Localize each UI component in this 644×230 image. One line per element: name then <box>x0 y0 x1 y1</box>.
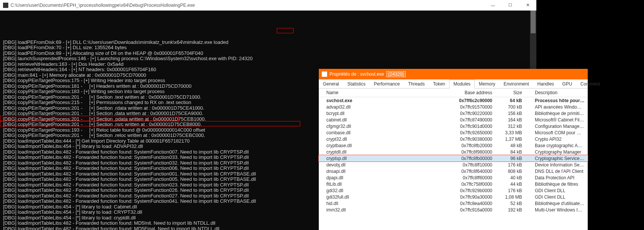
cell-name: dnsapi.dll <box>319 168 451 174</box>
cell-desc: Device Information Set DLL <box>527 162 588 168</box>
cell-size: 700 kB <box>497 104 527 110</box>
table-row[interactable]: dnsapi.dll0x7ffc8f640000808 kBDNS DLL de… <box>319 168 588 174</box>
properties-title: Propriétés de : svchost.exe <box>329 71 384 77</box>
scroll-thumb[interactable] <box>531 11 536 33</box>
console-title: C:\Users\user\Documents\PEPH_\processhol… <box>11 3 195 8</box>
maximize-button[interactable]: ☐ <box>502 0 519 11</box>
table-row[interactable]: gdi32full.dll0x7ffc90a300001,08 MBGDI Cl… <box>319 194 588 200</box>
cell-base: 0x7ffc8ea40000 <box>451 200 497 207</box>
cell-base: 0x7ffc91570000 <box>451 104 497 110</box>
properties-pid: (24320) <box>386 71 406 77</box>
cell-size: 3,33 MB <box>497 129 527 136</box>
cell-desc: Bibliothèque de filtres <box>527 181 588 187</box>
table-row[interactable]: cryptdll.dll0x7ffc8f98000084 kBCryptogra… <box>319 149 588 155</box>
table-row[interactable]: combase.dll0x7ffc926500003,33 MBMicrosof… <box>319 129 588 136</box>
cell-desc: Bibliothèque de primitives de... <box>527 110 588 117</box>
console-line: [DBG] launchSusprendedProcess:146 - [+] … <box>3 56 533 62</box>
cell-name: devobj.dll <box>319 162 451 168</box>
table-row[interactable]: dpapi.dll0x7ffc8ff6000040 kBData Protect… <box>319 174 588 181</box>
cell-desc: Processus hôte pour les ... <box>527 97 588 104</box>
cell-name: combase.dll <box>319 129 451 136</box>
cell-desc: Microsoft® Cabinet File API <box>527 117 588 123</box>
cell-size: 44 kB <box>497 181 527 187</box>
table-row[interactable]: imm32.dll0x7ffc916a0000192 kBMulti-User … <box>319 207 588 213</box>
tab-modules[interactable]: Modules <box>449 79 474 89</box>
close-button[interactable]: ✕ <box>519 0 536 11</box>
properties-window: Propriétés de : svchost.exe (24320) Gene… <box>319 69 588 230</box>
cell-base: 0x7ffc916a0000 <box>451 207 497 213</box>
properties-icon <box>322 71 327 77</box>
cell-base: 0x7ffc758f0000 <box>451 181 497 187</box>
cell-size: 312 kB <box>497 123 527 129</box>
cell-size: 176 kB <box>497 187 527 194</box>
cell-desc: Microsoft COM pour Windows <box>527 129 588 136</box>
tab-performance[interactable]: Performance <box>370 79 404 88</box>
cell-size: 192 kB <box>497 207 527 213</box>
cell-name: gdi32.dll <box>319 187 451 194</box>
cell-base: 0x7ffc8fb00000 <box>451 155 497 162</box>
window-controls: — ☐ ✕ <box>484 0 536 11</box>
cell-base: 0x7ffc8f640000 <box>451 168 497 174</box>
table-row[interactable]: gdi32.dll0x7ffc929b0000176 kBGDI Client … <box>319 187 588 194</box>
col-header-size[interactable]: Size <box>497 89 527 97</box>
cell-base: 0x7ffc90220000 <box>451 110 497 117</box>
table-row[interactable]: cryptsp.dll0x7ffc8fb0000096 kBCryptograp… <box>319 155 588 162</box>
cell-name: cryptbase.dll <box>319 142 451 149</box>
cell-base: 0x7ff6c2c90000 <box>451 97 497 104</box>
cell-desc: GDI Client DLL <box>527 194 588 200</box>
tab-handles[interactable]: Handles <box>533 79 558 88</box>
cell-desc: Crypto API32 <box>527 136 588 142</box>
cell-base: 0x7ffc90a30000 <box>451 194 497 200</box>
table-row[interactable]: advapi32.dll0x7ffc91570000700 kBAPI avan… <box>319 104 588 110</box>
col-header-name[interactable]: Name <box>319 89 451 97</box>
col-header-desc[interactable]: Description <box>527 89 588 97</box>
table-header-row: Name Base address Size Description <box>319 89 588 97</box>
cell-name: crypt32.dll <box>319 136 451 142</box>
table-row[interactable]: hid.dll0x7ffc8ea4000052 kBBibliothèque d… <box>319 200 588 207</box>
tab-general[interactable]: General <box>319 79 343 88</box>
cell-size: 156 kB <box>497 110 527 117</box>
properties-title-bar: Propriétés de : svchost.exe (24320) <box>319 69 588 79</box>
cell-name: fltLib.dll <box>319 181 451 187</box>
cell-base: 0x7ffc8ff10000 <box>451 162 497 168</box>
tab-token[interactable]: Token <box>429 79 449 88</box>
tab-comment[interactable]: Comment <box>576 79 604 88</box>
modules-table: Name Base address Size Description svcho… <box>319 89 588 213</box>
cell-desc: Data Protection API <box>527 174 588 181</box>
table-row[interactable]: svchost.exe0x7ff6c2c9000064 kBProcessus … <box>319 97 588 104</box>
cell-base: 0x7ffc8f980000 <box>451 149 497 155</box>
cell-name: hid.dll <box>319 200 451 207</box>
col-header-base[interactable]: Base address <box>451 89 497 97</box>
tab-memory[interactable]: Memory <box>475 79 499 88</box>
cell-name: imm32.dll <box>319 207 451 213</box>
cell-name: cryptdll.dll <box>319 149 451 155</box>
cell-size: 84 kB <box>497 149 527 155</box>
table-row[interactable]: cabinet.dll0x7ffc87490000164 kBMicrosoft… <box>319 117 588 123</box>
tab-statistics[interactable]: Statistics <box>343 79 370 88</box>
cell-desc: Base cryptographic API DLL <box>527 142 588 149</box>
cell-name: cryptsp.dll <box>319 155 451 162</box>
console-line: [DBG] loadPEFromDisk:89 - [+] Allocating… <box>3 51 533 56</box>
cell-name: cfgmgr32.dll <box>319 123 451 129</box>
table-row[interactable]: bcrypt.dll0x7ffc90220000156 kBBibliothèq… <box>319 110 588 117</box>
table-row[interactable]: devobj.dll0x7ffc8ff10000176 kBDevice Inf… <box>319 162 588 168</box>
cell-size: 48 kB <box>497 142 527 149</box>
console-title-bar: C:\Users\user\Documents\PEPH_\processhol… <box>0 0 536 11</box>
console-line: [DBG] retrieveNtHeaders:163 - [+] Dos He… <box>3 62 533 67</box>
cell-name: advapi32.dll <box>319 104 451 110</box>
tab-gpu[interactable]: GPU <box>558 79 576 88</box>
cell-base: 0x7ffc87490000 <box>451 117 497 123</box>
table-row[interactable]: crypt32.dll0x7ffc903800001,37 MBCrypto A… <box>319 136 588 142</box>
table-row[interactable]: fltLib.dll0x7ffc758f000044 kBBibliothèqu… <box>319 181 588 187</box>
cell-base: 0x7ffc8fb20000 <box>451 142 497 149</box>
cell-size: 1,37 MB <box>497 136 527 142</box>
cell-base: 0x7ffc90380000 <box>451 136 497 142</box>
tab-threads[interactable]: Threads <box>404 79 429 88</box>
table-row[interactable]: cfgmgr32.dll0x7ffc901d0000312 kBConfigur… <box>319 123 588 129</box>
cell-size: 96 kB <box>497 155 527 162</box>
properties-tabs: GeneralStatisticsPerformanceThreadsToken… <box>319 79 588 89</box>
minimize-button[interactable]: — <box>484 0 502 11</box>
table-row[interactable]: cryptbase.dll0x7ffc8fb2000048 kBBase cry… <box>319 142 588 149</box>
cell-base: 0x7ffc901d0000 <box>451 123 497 129</box>
tab-environment[interactable]: Environment <box>499 79 533 88</box>
